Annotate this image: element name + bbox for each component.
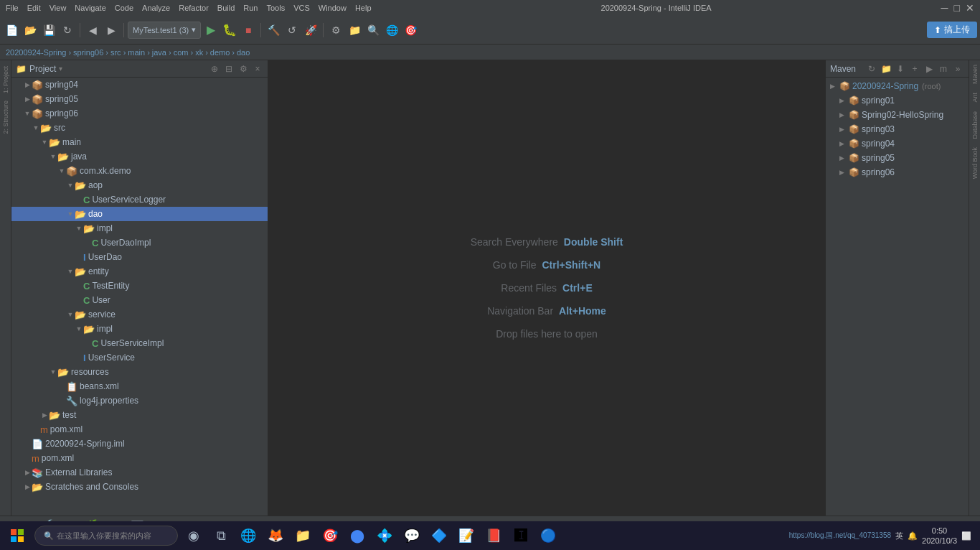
tree-item-service[interactable]: ▼ 📂 service <box>11 307 268 322</box>
taskbar-app-app13[interactable]: 🔵 <box>535 523 561 549</box>
maximize-button[interactable]: □ <box>954 2 960 14</box>
maven-refresh-button[interactable]: ↻ <box>865 62 878 75</box>
breadcrumb-part-0[interactable]: 20200924-Spring <box>6 48 66 57</box>
tree-item-impl-service[interactable]: ▼ 📂 impl <box>11 322 268 336</box>
menu-view[interactable]: View <box>50 4 67 12</box>
tree-item-spring-iml[interactable]: 📄 20200924-Spring.iml <box>11 437 268 451</box>
tree-item-UserDao[interactable]: I UserDao <box>11 250 268 264</box>
taskbar-app-app7[interactable]: 💠 <box>372 523 397 549</box>
close-button[interactable]: ✕ <box>966 2 974 14</box>
open-button[interactable]: 📂 <box>22 22 39 39</box>
tree-item-spring05[interactable]: ▶ 📦 spring05 <box>11 92 268 106</box>
tray-action-center[interactable]: ⬜ <box>961 531 971 541</box>
settings-button[interactable]: ⚙ <box>237 63 249 75</box>
taskbar-app-app9[interactable]: 🔷 <box>426 523 452 549</box>
run-config-dropdown[interactable]: MyTest.test1 (3) ▾ <box>128 22 201 39</box>
tree-item-aop[interactable]: ▼ 📂 aop <box>11 178 268 192</box>
side-tab-maven[interactable]: Maven <box>971 60 979 88</box>
tree-item-main[interactable]: ▼ 📂 main <box>11 135 268 149</box>
breadcrumb-part-2[interactable]: src <box>110 48 121 57</box>
tree-item-external-libs[interactable]: ▶ 📚 External Libraries <box>11 465 268 480</box>
breadcrumb-part-4[interactable]: java <box>152 48 166 57</box>
maven-execute-button[interactable]: ▶ <box>923 62 936 75</box>
forward-button[interactable]: ▶ <box>103 22 120 39</box>
tree-item-UserServiceLogger[interactable]: C UserServiceLogger <box>11 192 268 207</box>
menu-analyze[interactable]: Analyze <box>142 4 170 12</box>
menu-vcs[interactable]: VCS <box>293 4 310 12</box>
menu-navigate[interactable]: Navigate <box>75 4 105 12</box>
breadcrumb-part-5[interactable]: com <box>174 48 189 57</box>
menu-edit[interactable]: Edit <box>27 4 41 12</box>
tree-item-log4j-properties[interactable]: 🔧 log4j.properties <box>11 393 268 408</box>
maven-item-spring01[interactable]: ▶ 📦 spring01 <box>826 93 969 108</box>
menu-help[interactable]: Help <box>355 4 372 12</box>
locate-file-button[interactable]: ⊕ <box>209 63 220 75</box>
tree-item-UserDaoImpl[interactable]: C UserDaoImpl <box>11 236 268 250</box>
menu-run[interactable]: Run <box>243 4 258 12</box>
tree-item-impl-dao[interactable]: ▼ 📂 impl <box>11 221 268 236</box>
menu-file[interactable]: File <box>6 4 19 12</box>
taskbar-app-taskview[interactable]: ⧉ <box>208 523 234 549</box>
menu-refactor[interactable]: Refactor <box>179 4 209 12</box>
collapse-all-button[interactable]: ⊟ <box>223 63 235 75</box>
side-tab-wordbook[interactable]: Word Book <box>971 143 979 183</box>
tree-item-User[interactable]: C User <box>11 293 268 307</box>
maven-expand-button[interactable]: » <box>951 62 964 75</box>
taskbar-app-jetbrains[interactable]: 🎯 <box>317 523 343 549</box>
minimize-button[interactable]: ─ <box>941 2 948 14</box>
btn6[interactable]: 📁 <box>346 22 363 39</box>
maven-item-spring04[interactable]: ▶ 📦 spring04 <box>826 136 969 151</box>
close-panel-button[interactable]: × <box>252 63 263 75</box>
maven-item-spring02[interactable]: ▶ 📦 Spring02-HelloSpring <box>826 108 969 122</box>
maven-download-button[interactable]: ⬇ <box>894 62 907 75</box>
sidebar-item-project[interactable]: 1: Project <box>1 63 10 96</box>
menu-build[interactable]: Build <box>217 4 235 12</box>
run-button[interactable]: ▶ <box>202 22 220 39</box>
maven-item-spring03[interactable]: ▶ 📦 spring03 <box>826 122 969 136</box>
tree-item-spring04[interactable]: ▶ 📦 spring04 <box>11 78 268 92</box>
taskbar-app-idea[interactable]: 🅸 <box>508 523 534 549</box>
tree-item-pom-spring06[interactable]: m pom.xml <box>11 422 268 437</box>
breadcrumb-part-1[interactable]: spring06 <box>73 48 103 57</box>
maven-m-button[interactable]: m <box>937 62 950 75</box>
tree-item-resources[interactable]: ▼ 📂 resources <box>11 365 268 379</box>
save-button[interactable]: 💾 <box>40 22 57 39</box>
rebuild-button[interactable]: ↺ <box>283 22 301 39</box>
taskbar-search[interactable]: 🔍 在这里输入你要搜索的内容 <box>34 526 178 546</box>
back-button[interactable]: ◀ <box>84 22 101 39</box>
build-button[interactable]: 🔨 <box>265 22 282 39</box>
menu-tools[interactable]: Tools <box>266 4 285 12</box>
maven-item-root[interactable]: ▶ 📦 20200924-Spring (root) <box>826 79 969 93</box>
tree-item-TestEntity[interactable]: C TestEntity <box>11 279 268 293</box>
taskbar-app-app11[interactable]: 📕 <box>481 523 507 549</box>
btn5[interactable]: ⚙ <box>327 22 344 39</box>
tree-item-entity[interactable]: ▼ 📂 entity <box>11 264 268 279</box>
start-button[interactable] <box>3 521 32 550</box>
btn9[interactable]: 🎯 <box>402 22 419 39</box>
tray-lang[interactable]: 英 <box>895 531 903 541</box>
tree-item-pom-root[interactable]: m pom.xml <box>11 451 268 465</box>
breadcrumb-part-8[interactable]: dao <box>237 48 250 57</box>
taskbar-app-cortana[interactable]: ◉ <box>181 523 207 549</box>
menu-code[interactable]: Code <box>115 4 133 12</box>
tree-item-test[interactable]: ▶ 📂 test <box>11 408 268 422</box>
deploy-button[interactable]: 🚀 <box>302 22 319 39</box>
btn8[interactable]: 🌐 <box>383 22 400 39</box>
tree-item-dao[interactable]: ▼ 📂 dao <box>11 207 268 221</box>
taskbar-app-notepad[interactable]: 📝 <box>453 523 479 549</box>
taskbar-app-wechat[interactable]: 💬 <box>399 523 425 549</box>
tree-item-UserServiceImpl[interactable]: C UserServiceImpl <box>11 336 268 350</box>
breadcrumb-part-3[interactable]: main <box>128 48 145 57</box>
taskbar-app-firefox[interactable]: 🦊 <box>263 523 288 549</box>
tree-item-com-xk-demo[interactable]: ▼ 📦 com.xk.demo <box>11 164 268 178</box>
side-tab-database[interactable]: Database <box>971 107 979 144</box>
tree-item-UserService[interactable]: I UserService <box>11 350 268 365</box>
side-tab-ant[interactable]: Ant <box>971 88 979 107</box>
tree-item-src[interactable]: ▼ 📂 src <box>11 121 268 135</box>
maven-run-button[interactable]: + <box>908 62 921 75</box>
maven-item-spring06[interactable]: ▶ 📦 spring06 <box>826 165 969 180</box>
search-everywhere-button[interactable]: 🔍 <box>364 22 382 39</box>
debug-button[interactable]: 🐛 <box>221 22 238 39</box>
sidebar-item-structure[interactable]: 2: Structure <box>1 98 10 137</box>
taskbar-app-chrome[interactable]: ⬤ <box>344 523 370 549</box>
